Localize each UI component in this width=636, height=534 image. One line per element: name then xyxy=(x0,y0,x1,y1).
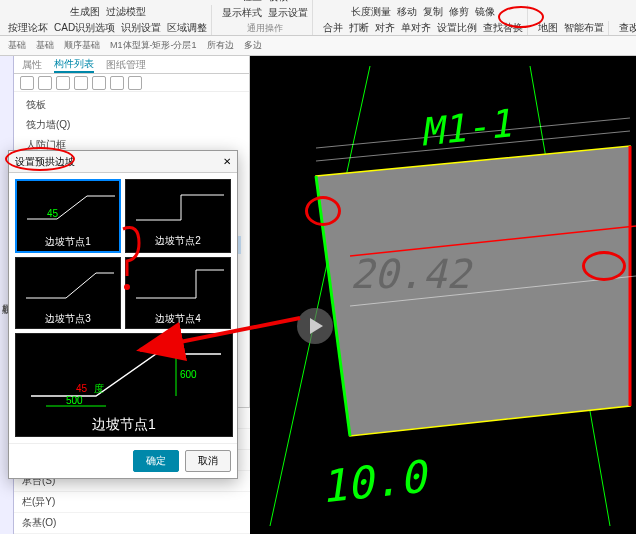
thumb-4[interactable]: 边坡节点4 xyxy=(125,257,231,329)
rbtn-ident[interactable]: 识别设置 xyxy=(121,21,161,35)
rbtn-align[interactable]: 对齐 xyxy=(375,21,395,35)
close-icon[interactable]: ✕ xyxy=(223,156,231,167)
rbtn-style[interactable]: 显示样式 xyxy=(222,6,262,20)
rbtn-check[interactable]: 检查 xyxy=(242,0,262,4)
slope-dialog: 设置预拱边坡 ✕ 45 边坡节点1 边坡节点2 边坡节点3 边坡节点4 45 度… xyxy=(8,150,238,479)
thumb-3[interactable]: 边坡节点3 xyxy=(15,257,121,329)
thumb-3-label: 边坡节点3 xyxy=(45,310,91,328)
tbicon-6[interactable] xyxy=(110,76,124,90)
tree-wall1[interactable]: 筏力墙(Q) xyxy=(22,116,76,134)
svg-text:600: 600 xyxy=(180,369,197,380)
bt-5[interactable]: 条基(O) xyxy=(14,513,250,534)
svg-text:度: 度 xyxy=(94,383,104,394)
tbicon-1[interactable] xyxy=(20,76,34,90)
dlg-title: 设置预拱边坡 xyxy=(15,155,75,169)
context-bar: 基础 基础 顺序基础 M1体型算-矩形-分层1 所有边 多边 xyxy=(0,36,636,56)
rbtn-filter[interactable]: 过滤模型 xyxy=(106,5,146,19)
ctx-1[interactable]: 基础 xyxy=(8,39,26,52)
cancel-button[interactable]: 取消 xyxy=(185,450,231,472)
ok-button[interactable]: 确定 xyxy=(133,450,179,472)
ctx-2[interactable]: 基础 xyxy=(36,39,54,52)
deg-value: 45 xyxy=(76,383,88,394)
rbtn-theory[interactable]: 按理论坏 xyxy=(8,21,48,35)
thumb-4-label: 边坡节点4 xyxy=(155,310,201,328)
ctx-6[interactable]: 多边 xyxy=(244,39,262,52)
rbtn-map[interactable]: 地图 xyxy=(538,21,558,35)
tab-list[interactable]: 构件列表 xyxy=(54,57,94,73)
dim-2042: 20.42 xyxy=(350,251,470,297)
thumb-1-label: 边坡节点1 xyxy=(45,233,91,251)
rbtn-cad[interactable]: CAD识别选项 xyxy=(54,21,115,35)
grp-common: 通用操作 xyxy=(247,22,283,35)
drawing-canvas[interactable]: M1-1 20.42 10.0 xyxy=(250,56,636,534)
rbtn-trim[interactable]: 修剪 xyxy=(449,5,469,19)
thumb-big-label: 边坡节点1 xyxy=(92,414,156,436)
rbtn-merge[interactable]: 合并 xyxy=(323,21,343,35)
svg-text:45: 45 xyxy=(47,208,59,219)
thumb-1[interactable]: 45 边坡节点1 xyxy=(15,179,121,253)
tab-attr[interactable]: 属性 xyxy=(22,58,42,72)
rbtn-verify[interactable]: 校核 xyxy=(268,0,288,4)
tab-draw[interactable]: 图纸管理 xyxy=(106,58,146,72)
tbicon-7[interactable] xyxy=(128,76,142,90)
panel-tabs: 属性 构件列表 图纸管理 xyxy=(14,56,249,74)
svg-text:500: 500 xyxy=(66,395,83,406)
rbtn-measure[interactable]: 长度测量 xyxy=(351,5,391,19)
rbtn-smart[interactable]: 智能布置 xyxy=(564,21,604,35)
ctx-5[interactable]: 所有边 xyxy=(207,39,234,52)
tbicon-2[interactable] xyxy=(38,76,52,90)
ctx-3[interactable]: 顺序基础 xyxy=(64,39,100,52)
tbicon-3[interactable] xyxy=(56,76,70,90)
tbicon-4[interactable] xyxy=(74,76,88,90)
ctx-4[interactable]: M1体型算-矩形-分层1 xyxy=(110,39,197,52)
rbtn-salign[interactable]: 单对齐 xyxy=(401,21,431,35)
tbicon-5[interactable] xyxy=(92,76,106,90)
rbtn-elev[interactable]: 查改标高 xyxy=(619,21,636,35)
rbtn-mirror[interactable]: 镜像 xyxy=(475,5,495,19)
thumb-big[interactable]: 45 度 500 600 边坡节点1 xyxy=(15,333,233,437)
thumb-2-label: 边坡节点2 xyxy=(155,232,201,250)
thumb-2[interactable]: 边坡节点2 xyxy=(125,179,231,253)
rbtn-find[interactable]: 查找替换 xyxy=(483,21,523,35)
rbtn-base[interactable]: 生成图 xyxy=(70,5,100,19)
rbtn-move[interactable]: 移动 xyxy=(397,5,417,19)
rbtn-scale[interactable]: 设置比例 xyxy=(437,21,477,35)
rbtn-copy[interactable]: 复制 xyxy=(423,5,443,19)
tree-raft[interactable]: 筏板 xyxy=(22,96,76,114)
panel-toolbar xyxy=(14,74,249,92)
rbtn-break[interactable]: 打断 xyxy=(349,21,369,35)
ribbon: 生成图 过滤模型 按理论坏 CAD识别选项 识别设置 区域调整 检查 校核 显示… xyxy=(0,0,636,36)
rbtn-region[interactable]: 区域调整 xyxy=(167,21,207,35)
bt-4[interactable]: 栏(异Y) xyxy=(14,492,250,513)
rbtn-dset[interactable]: 显示设置 xyxy=(268,6,308,20)
